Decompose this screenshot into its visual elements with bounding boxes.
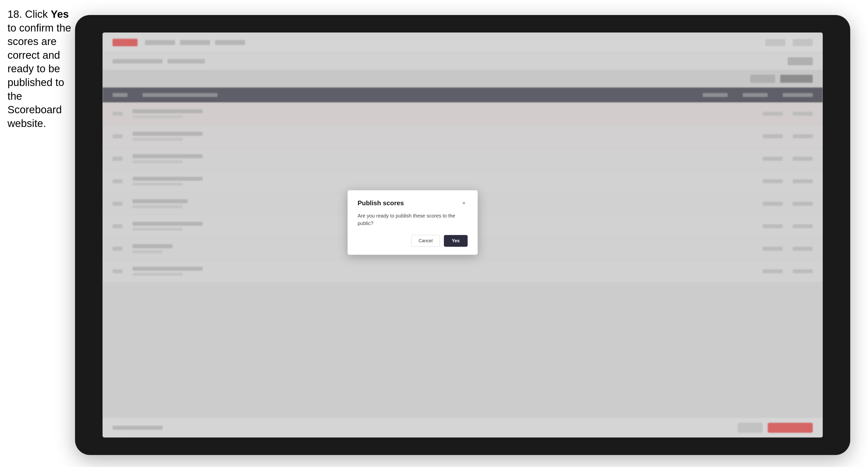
instruction-text: 18. Click Yes to confirm the scores are … xyxy=(7,7,78,130)
instruction-post: to confirm the scores are correct and re… xyxy=(7,22,71,129)
publish-dialog: Publish scores × Are you ready to publis… xyxy=(348,190,478,255)
dialog-footer: Cancel Yes xyxy=(358,235,468,247)
tablet-screen: Publish scores × Are you ready to publis… xyxy=(102,32,823,437)
modal-overlay: Publish scores × Are you ready to publis… xyxy=(102,32,823,437)
dialog-close-button[interactable]: × xyxy=(460,199,468,207)
dialog-title: Publish scores xyxy=(358,199,404,207)
step-number: 18. xyxy=(7,8,22,20)
dialog-header: Publish scores × xyxy=(358,199,468,207)
dialog-message: Are you ready to publish these scores to… xyxy=(358,212,468,227)
instruction-bold: Yes xyxy=(51,8,69,20)
cancel-button[interactable]: Cancel xyxy=(411,235,440,247)
yes-button[interactable]: Yes xyxy=(444,235,468,247)
instruction-pre: Click xyxy=(25,8,51,20)
tablet-device: Publish scores × Are you ready to publis… xyxy=(75,15,850,455)
